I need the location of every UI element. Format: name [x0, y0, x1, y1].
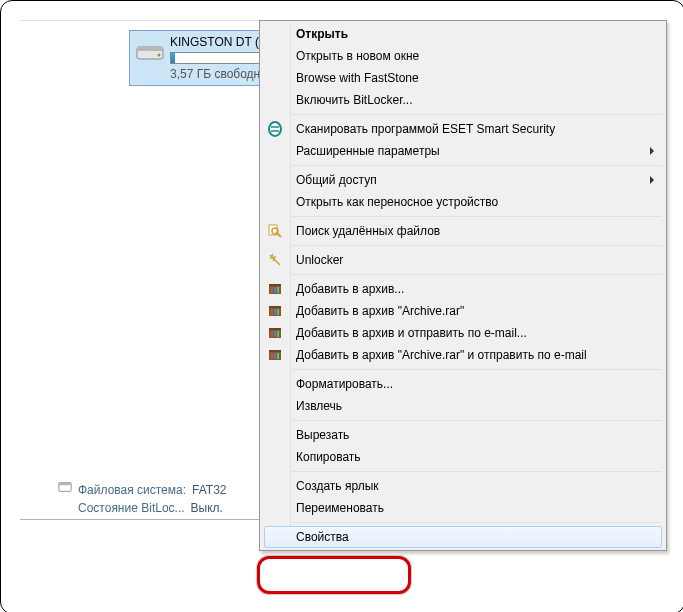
drive-icon [134, 35, 166, 67]
winrar-icon [266, 324, 284, 342]
tutorial-highlight [257, 556, 411, 594]
status-bar: Файловая система: FAT32 Состояние BitLoc… [58, 480, 227, 517]
menu-unlocker[interactable]: Unlocker [262, 249, 664, 271]
menu-browse-faststone[interactable]: Browse with FastStone [262, 67, 664, 89]
menu-eset-advanced[interactable]: Расширенные параметры [262, 140, 664, 162]
explorer-pane: KINGSTON DT ( 3,57 ГБ свободн Файловая с… [20, 20, 261, 520]
menu-eset-scan[interactable]: Сканировать программой ESET Smart Securi… [262, 118, 664, 140]
svg-rect-21 [274, 331, 276, 337]
fs-value: FAT32 [192, 481, 226, 499]
menu-rar-email[interactable]: Добавить в архив и отправить по e-mail..… [262, 322, 664, 344]
winrar-icon [266, 280, 284, 298]
menu-open-portable[interactable]: Открыть как переносное устройство [262, 191, 664, 213]
menu-rar-name-email[interactable]: Добавить в архив "Archive.rar" и отправи… [262, 344, 664, 366]
menu-rar-add-name[interactable]: Добавить в архив "Archive.rar" [262, 300, 664, 322]
svg-rect-22 [277, 331, 279, 337]
svg-rect-27 [277, 353, 279, 359]
svg-rect-14 [269, 306, 281, 308]
menu-find-deleted[interactable]: Поиск удалённых файлов [262, 220, 664, 242]
svg-rect-4 [59, 483, 71, 486]
svg-rect-11 [274, 287, 276, 293]
menu-share[interactable]: Общий доступ [262, 169, 664, 191]
bitlocker-label: Состояние BitLoc... [78, 499, 185, 517]
menu-properties[interactable]: Свойства [262, 526, 664, 548]
svg-rect-24 [269, 350, 281, 352]
svg-rect-26 [274, 353, 276, 359]
submenu-arrow-icon [648, 144, 656, 158]
context-menu: Открыть Открыть в новом окне Browse with… [259, 20, 667, 551]
winrar-icon [266, 346, 284, 364]
free-space-text: 3,57 ГБ свободн [170, 67, 272, 81]
bitlocker-value: Выкл. [191, 499, 223, 517]
menu-format[interactable]: Форматировать... [262, 373, 664, 395]
svg-rect-10 [271, 287, 273, 293]
winrar-icon [266, 302, 284, 320]
svg-rect-19 [269, 328, 281, 330]
capacity-bar [170, 52, 272, 64]
svg-rect-25 [271, 353, 273, 359]
svg-rect-16 [274, 309, 276, 315]
svg-rect-17 [277, 309, 279, 315]
svg-point-2 [158, 54, 161, 57]
drive-item[interactable]: KINGSTON DT ( 3,57 ГБ свободн [130, 31, 280, 85]
svg-rect-15 [271, 309, 273, 315]
search-files-icon [266, 222, 284, 240]
fs-label: Файловая система: [78, 481, 186, 499]
eset-icon [266, 120, 284, 138]
menu-cut[interactable]: Вырезать [262, 424, 664, 446]
svg-point-5 [269, 122, 281, 136]
menu-open[interactable]: Открыть [262, 23, 664, 45]
menu-open-new-window[interactable]: Открыть в новом окне [262, 45, 664, 67]
unlocker-icon [266, 251, 284, 269]
menu-rar-add[interactable]: Добавить в архив... [262, 278, 664, 300]
svg-rect-1 [137, 47, 163, 51]
filesystem-icon [58, 480, 72, 499]
menu-eject[interactable]: Извлечь [262, 395, 664, 417]
svg-rect-20 [271, 331, 273, 337]
submenu-arrow-icon [648, 173, 656, 187]
menu-create-shortcut[interactable]: Создать ярлык [262, 475, 664, 497]
menu-enable-bitlocker[interactable]: Включить BitLocker... [262, 89, 664, 111]
menu-rename[interactable]: Переименовать [262, 497, 664, 519]
svg-rect-12 [277, 287, 279, 293]
drive-label: KINGSTON DT ( [170, 35, 272, 49]
svg-rect-9 [269, 284, 281, 286]
menu-copy[interactable]: Копировать [262, 446, 664, 468]
